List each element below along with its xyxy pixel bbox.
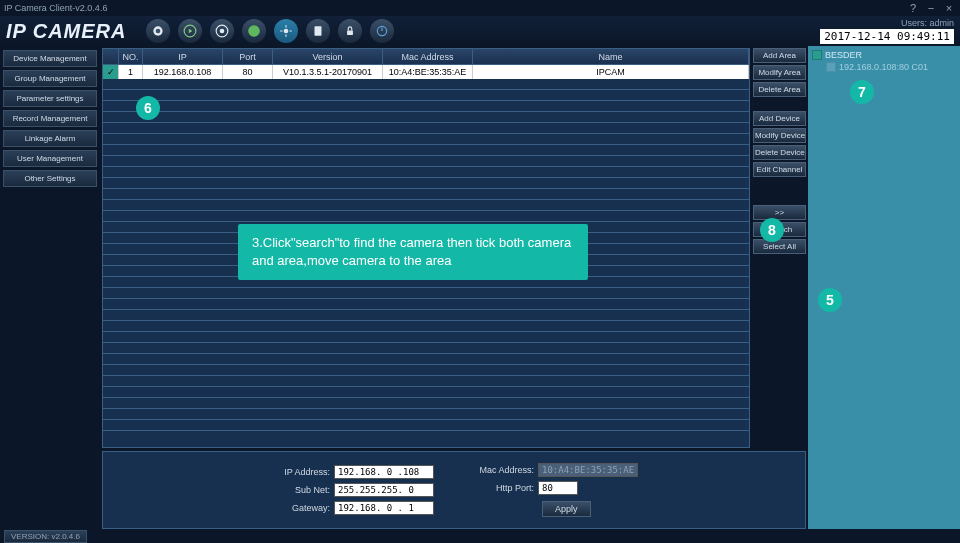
network-panel: IP Address: Sub Net: Gateway: Mac Addres…	[102, 451, 806, 529]
edit-channel-button[interactable]: Edit Channel	[753, 162, 806, 177]
th-ip: IP	[143, 49, 223, 64]
th-mac: Mac Address	[383, 49, 473, 64]
ip-input[interactable]	[334, 465, 434, 479]
annotation-6: 6	[136, 96, 160, 120]
cell-name: IPCAM	[473, 65, 749, 79]
gateway-input[interactable]	[334, 501, 434, 515]
http-label: Http Port:	[474, 483, 534, 493]
lock-icon[interactable]	[338, 19, 362, 43]
header: IP CAMERA Users: admin 2017-12-14 09:49:…	[0, 16, 960, 46]
sidebar-item-group[interactable]: Group Management	[3, 70, 97, 87]
tree-child-check[interactable]	[826, 62, 836, 72]
th-no: NO.	[119, 49, 143, 64]
svg-point-1	[156, 29, 161, 34]
footer: VERSION: v2.0.4.6	[0, 529, 91, 543]
camera-icon[interactable]	[146, 19, 170, 43]
svg-point-5	[249, 25, 261, 37]
select-all-button[interactable]: Select All	[753, 239, 806, 254]
sidebar-item-record[interactable]: Record Management	[3, 110, 97, 127]
th-check[interactable]	[103, 49, 119, 64]
table-header: NO. IP Port Version Mac Address Name	[103, 49, 749, 65]
minimize-button[interactable]: −	[924, 2, 938, 14]
apply-button[interactable]: Apply	[542, 501, 591, 517]
subnet-label: Sub Net:	[270, 485, 330, 495]
http-input[interactable]	[538, 481, 578, 495]
add-device-button[interactable]: Add Device	[753, 111, 806, 126]
sidebar-item-parameter[interactable]: Parameter settings	[3, 90, 97, 107]
datetime: 2017-12-14 09:49:11	[820, 29, 954, 44]
tree-child-label: 192.168.0.108:80 C01	[839, 62, 928, 72]
tree-root-check[interactable]	[812, 50, 822, 60]
mac-label: Mac Address:	[474, 465, 534, 475]
delete-device-button[interactable]: Delete Device	[753, 145, 806, 160]
help-button[interactable]: ?	[906, 2, 920, 14]
version-label: VERSION: v2.0.4.6	[4, 530, 87, 543]
close-button[interactable]: ×	[942, 2, 956, 14]
modify-device-button[interactable]: Modify Device	[753, 128, 806, 143]
move-button[interactable]: >>	[753, 205, 806, 220]
modify-area-button[interactable]: Modify Area	[753, 65, 806, 80]
play-icon[interactable]	[178, 19, 202, 43]
tree-root[interactable]: BESDER	[812, 50, 956, 60]
sidebar-item-linkage[interactable]: Linkage Alarm	[3, 130, 97, 147]
cell-no: 1	[119, 65, 143, 79]
tree-child[interactable]: 192.168.0.108:80 C01	[826, 62, 956, 72]
settings-icon[interactable]	[274, 19, 298, 43]
gateway-label: Gateway:	[270, 503, 330, 513]
row-check[interactable]: ✓	[103, 65, 119, 79]
cell-ip: 192.168.0.108	[143, 65, 223, 79]
sidebar-item-device[interactable]: Device Management	[3, 50, 97, 67]
svg-rect-8	[348, 30, 354, 35]
tree-root-label: BESDER	[825, 50, 862, 60]
delete-area-button[interactable]: Delete Area	[753, 82, 806, 97]
ip-label: IP Address:	[270, 467, 330, 477]
sidebar: Device Management Group Management Param…	[0, 46, 100, 529]
titlebar: IP Camera Client-v2.0.4.6 ? − ×	[0, 0, 960, 16]
cell-mac: 10:A4:BE:35:35:AE	[383, 65, 473, 79]
table-row[interactable]: ✓ 1 192.168.0.108 80 V10.1.3.5.1-2017090…	[103, 65, 749, 79]
tooltip: 3.Click"search"to find the camera then t…	[238, 224, 588, 280]
th-version: Version	[273, 49, 383, 64]
svg-rect-7	[315, 26, 322, 35]
globe-icon[interactable]	[242, 19, 266, 43]
toolbar	[146, 19, 394, 43]
svg-point-4	[220, 29, 225, 34]
subnet-input[interactable]	[334, 483, 434, 497]
sidebar-item-user[interactable]: User Management	[3, 150, 97, 167]
add-area-button[interactable]: Add Area	[753, 48, 806, 63]
cell-version: V10.1.3.5.1-20170901	[273, 65, 383, 79]
content: NO. IP Port Version Mac Address Name ✓ 1…	[100, 46, 808, 529]
sidebar-item-other[interactable]: Other Settings	[3, 170, 97, 187]
users-label: Users: admin	[820, 18, 954, 28]
power-icon[interactable]	[370, 19, 394, 43]
window-title: IP Camera Client-v2.0.4.6	[4, 3, 107, 13]
header-right: Users: admin 2017-12-14 09:49:11	[820, 18, 954, 44]
cell-port: 80	[223, 65, 273, 79]
action-column: Add Area Modify Area Delete Area Add Dev…	[750, 48, 806, 448]
record-icon[interactable]	[210, 19, 234, 43]
th-port: Port	[223, 49, 273, 64]
annotation-5: 5	[818, 288, 842, 312]
annotation-7: 7	[850, 80, 874, 104]
logo: IP CAMERA	[6, 20, 126, 43]
svg-point-6	[284, 29, 289, 34]
window-controls: ? − ×	[906, 2, 956, 14]
log-icon[interactable]	[306, 19, 330, 43]
annotation-8: 8	[760, 218, 784, 242]
th-name: Name	[473, 49, 749, 64]
mac-input	[538, 463, 638, 477]
